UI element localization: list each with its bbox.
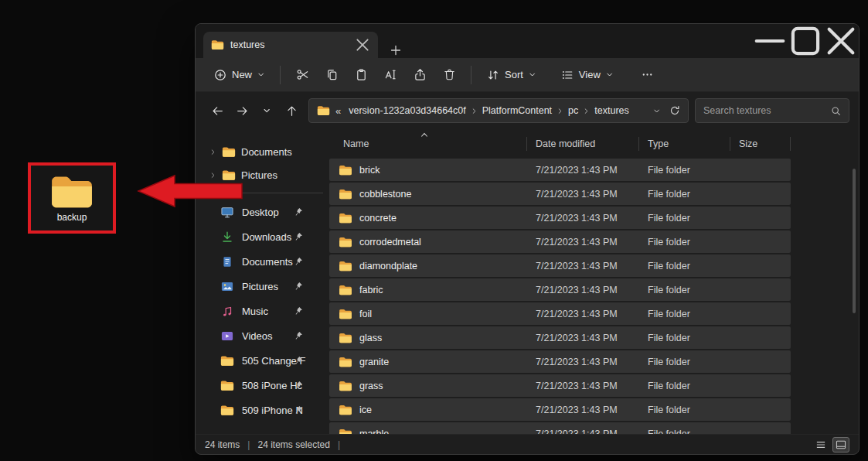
column-header-label: Size xyxy=(739,138,757,149)
column-header-type[interactable]: Type xyxy=(638,129,730,159)
close-button[interactable] xyxy=(823,24,859,58)
address-dropdown-icon[interactable] xyxy=(653,108,660,114)
file-type: File folder xyxy=(638,309,730,319)
folder-icon xyxy=(339,261,352,271)
more-options-button[interactable] xyxy=(634,63,662,87)
chevron-down-icon xyxy=(606,71,613,78)
file-row-foil[interactable]: foil7/21/2023 1:43 PMFile folder xyxy=(329,302,791,325)
file-row-concrete[interactable]: concrete7/21/2023 1:43 PMFile folder xyxy=(329,207,791,229)
sort-button[interactable]: Sort xyxy=(479,64,543,86)
breadcrumb-overflow[interactable]: « xyxy=(335,105,341,117)
file-row-brick[interactable]: brick7/21/2023 1:43 PMFile folder xyxy=(329,159,791,181)
file-row-ice[interactable]: ice7/21/2023 1:43 PMFile folder xyxy=(329,398,791,421)
file-modified: 7/21/2023 1:43 PM xyxy=(526,261,638,271)
file-row-marble[interactable]: marble7/21/2023 1:43 PMFile folder xyxy=(329,422,791,434)
file-type: File folder xyxy=(638,357,730,367)
file-name-cell: cobblestone xyxy=(329,189,526,200)
search-box[interactable] xyxy=(695,98,849,123)
breadcrumb-segment-pc[interactable]: pc xyxy=(566,104,580,117)
pin-icon xyxy=(294,232,303,241)
pin-icon xyxy=(294,405,303,415)
column-header-name[interactable]: Name xyxy=(329,129,526,159)
up-button[interactable] xyxy=(279,98,304,123)
view-button[interactable]: View xyxy=(553,64,621,86)
sidebar-item-documents[interactable]: Documents xyxy=(196,249,329,274)
address-bar[interactable]: « version-1232a03d34664c0fPlatformConten… xyxy=(308,98,689,123)
file-type: File folder xyxy=(638,405,730,415)
file-row-glass[interactable]: glass7/21/2023 1:43 PMFile folder xyxy=(329,326,791,349)
file-row-grass[interactable]: grass7/21/2023 1:43 PMFile folder xyxy=(329,374,791,397)
file-type: File folder xyxy=(638,237,730,248)
refresh-icon[interactable] xyxy=(669,105,680,116)
chevron-down-icon xyxy=(257,71,264,78)
copy-button[interactable] xyxy=(318,63,345,87)
new-button-label: New xyxy=(232,69,252,80)
sidebar-tree-item-documents[interactable]: Documents xyxy=(196,140,329,163)
sidebar-item-pictures[interactable]: Pictures xyxy=(196,274,329,299)
file-name: granite xyxy=(359,357,389,367)
details-view-button[interactable] xyxy=(812,437,829,452)
rename-button[interactable] xyxy=(376,63,404,87)
column-headers: NameDate modifiedTypeSize xyxy=(329,129,791,159)
address-bar-row: « version-1232a03d34664c0fPlatformConten… xyxy=(196,92,859,129)
recent-locations-button[interactable] xyxy=(254,98,279,123)
search-input[interactable] xyxy=(703,105,825,116)
backup-folder-label[interactable]: backup xyxy=(57,212,87,223)
column-header-date-modified[interactable]: Date modified xyxy=(526,129,638,159)
sidebar-item-509-iphone-n[interactable]: 509 iPhone N xyxy=(196,398,329,422)
sidebar-item-508-ipone-hc[interactable]: 508 iPone Hc xyxy=(196,373,329,398)
file-name-cell: foil xyxy=(329,309,526,319)
share-button[interactable] xyxy=(406,63,434,87)
file-row-diamondplate[interactable]: diamondplate7/21/2023 1:43 PMFile folder xyxy=(329,254,791,277)
breadcrumb-segment-version-1232a03d34664c0f[interactable]: version-1232a03d34664c0f xyxy=(346,104,468,117)
minimize-button[interactable] xyxy=(752,24,788,58)
file-type: File folder xyxy=(638,333,730,343)
maximize-button[interactable] xyxy=(788,24,823,58)
file-name-cell: corrodedmetal xyxy=(329,237,526,248)
new-tab-button[interactable] xyxy=(390,45,401,56)
file-modified: 7/21/2023 1:43 PM xyxy=(526,237,638,248)
desktop-background: backup textures New xyxy=(0,0,868,461)
sidebar-item-label: Documents xyxy=(242,256,293,268)
sidebar-item-downloads[interactable]: Downloads xyxy=(196,224,329,249)
titlebar[interactable]: textures xyxy=(196,24,859,58)
file-row-granite[interactable]: granite7/21/2023 1:43 PMFile folder xyxy=(329,350,791,373)
column-header-size[interactable]: Size xyxy=(730,129,791,159)
scrollbar-thumb[interactable] xyxy=(853,169,856,313)
sidebar-item-videos[interactable]: Videos xyxy=(196,323,329,348)
sidebar-pinned: DesktopDownloadsDocumentsPicturesMusicVi… xyxy=(196,200,329,422)
paste-button[interactable] xyxy=(347,63,375,87)
delete-button[interactable] xyxy=(435,63,463,87)
file-row-cobblestone[interactable]: cobblestone7/21/2023 1:43 PMFile folder xyxy=(329,183,791,205)
chevron-right-icon[interactable] xyxy=(209,149,216,155)
file-modified: 7/21/2023 1:43 PM xyxy=(526,381,638,391)
window-controls xyxy=(752,24,859,58)
breadcrumb-segment-platformcontent[interactable]: PlatformContent xyxy=(480,104,554,117)
sidebar-item-label: Videos xyxy=(242,330,273,342)
file-name: brick xyxy=(359,165,380,176)
backup-folder-icon[interactable] xyxy=(49,174,94,210)
breadcrumb-segment-textures[interactable]: textures xyxy=(592,104,631,117)
back-button[interactable] xyxy=(205,98,230,123)
chevron-right-icon xyxy=(471,108,478,114)
file-name: cobblestone xyxy=(359,189,411,200)
vertical-scrollbar[interactable] xyxy=(853,163,856,426)
file-row-fabric[interactable]: fabric7/21/2023 1:43 PMFile folder xyxy=(329,278,791,301)
file-name-cell: granite xyxy=(329,357,526,367)
new-button[interactable]: New xyxy=(206,64,272,86)
forward-button[interactable] xyxy=(230,98,254,123)
chevron-right-icon xyxy=(583,108,590,114)
sort-icon xyxy=(487,69,499,81)
sidebar-item-505-change-f[interactable]: 505 Change F xyxy=(196,348,329,373)
file-name-cell: glass xyxy=(329,333,526,343)
large-icons-view-button[interactable] xyxy=(832,437,849,452)
tab-textures[interactable]: textures xyxy=(203,32,378,58)
sidebar-item-music[interactable]: Music xyxy=(196,299,329,323)
folder-icon xyxy=(339,237,352,248)
folder-icon xyxy=(339,285,352,295)
tab-close-icon[interactable] xyxy=(355,37,370,53)
cut-button[interactable] xyxy=(288,63,316,87)
folder-icon xyxy=(211,39,224,50)
file-row-corrodedmetal[interactable]: corrodedmetal7/21/2023 1:43 PMFile folde… xyxy=(329,230,791,253)
backup-folder-highlight: backup xyxy=(28,162,116,234)
